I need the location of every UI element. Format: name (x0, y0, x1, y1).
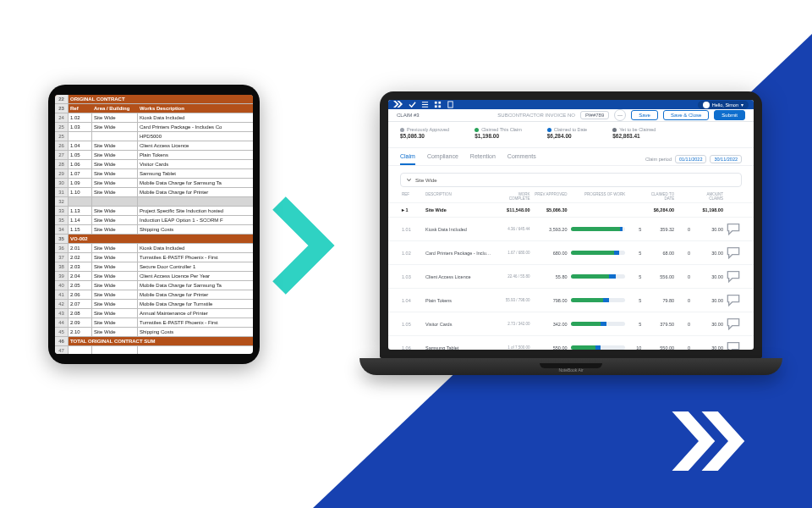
grid-row[interactable]: 1.04Plain Tokens55.93 / 798.00798.00579.… (388, 288, 754, 312)
sheet-row: 25HPD5000 (55, 132, 253, 141)
sheet-row: 452.10Site WideShipping Costs (55, 328, 253, 337)
tablet-device: 22ORIGINAL CONTRACT23RefArea / BuildingW… (48, 85, 260, 364)
sheet-row: 23RefArea / BuildingWorks Description (55, 104, 253, 113)
sheet-row: 442.09Site WideTurnstiles E-PASTF Phoeni… (55, 318, 253, 328)
invoice-label: SUBCONTRACTOR INVOICE NO (497, 113, 575, 118)
summary-item: Claimed This Claim$1,198.00 (475, 127, 522, 139)
claim-toolbar: CLAIM #3 SUBCONTRACTOR INVOICE NO PI##78… (388, 109, 754, 122)
laptop-base (359, 358, 782, 375)
period-label: Claim period (645, 157, 672, 162)
sheet-row: 311.10Site WideMobile Data Charge for Pr… (55, 188, 253, 197)
grid-col-head (628, 192, 641, 201)
comment-icon[interactable] (727, 302, 740, 307)
grid-row[interactable]: 1.02Card Printers Package - Includes Con… (388, 240, 754, 264)
group-title: Site Wide (415, 178, 437, 183)
svg-rect-7 (435, 102, 437, 104)
grid-body: ▸ 1Site Wide$11,548.00$5,086.30$6,284.00… (388, 202, 754, 350)
grid-row[interactable]: 1.01Kiosk Data Included4.36 / 645.443,59… (388, 217, 754, 240)
app-logo-icon (393, 100, 403, 109)
sheet-row: 422.07Site WideMobile Data Charge for Tu… (55, 300, 253, 309)
sheet-row: 341.15Site WideShipping Costs (55, 225, 253, 235)
grid-col-head: AMOUNT CLAIMS (694, 192, 723, 201)
sheet-row: 261.04Site WideClient Access Licence (55, 141, 253, 151)
grid-col-head: PROGRESS OF WORK (571, 192, 626, 201)
toolbar-doc-icon[interactable] (447, 101, 454, 108)
sheet-row: 291.07Site WideSamsung Tablet (55, 169, 253, 179)
save-button[interactable]: Save (631, 110, 658, 120)
spreadsheet: 22ORIGINAL CONTRACT23RefArea / BuildingW… (55, 95, 253, 354)
sheet-row: 301.09Site WideMobile Data Charge for Sa… (55, 179, 253, 188)
sheet-row: 241.02Site WideKiosk Data Included (55, 113, 253, 123)
laptop-device: Hello, Simon ▾ CLAIM #3 SUBCONTRACTOR IN… (359, 91, 782, 375)
transition-arrow-icon (271, 195, 347, 300)
sheet-row: 32 (55, 197, 253, 207)
comment-icon[interactable] (727, 279, 740, 284)
sheet-row: 47 (55, 346, 253, 354)
app-top-bar: Hello, Simon ▾ (388, 100, 754, 109)
tab-claim[interactable]: Claim (400, 153, 415, 165)
sheet-row: 432.08Site WideAnnual Maintenance of Pri… (55, 309, 253, 318)
summary-item: Yet to be Claimed$62,863.41 (612, 127, 656, 139)
sheet-row: 402.05Site WideMobile Data Charge for Sa… (55, 281, 253, 290)
svg-marker-0 (672, 411, 716, 471)
svg-rect-11 (448, 102, 453, 108)
toolbar-check-icon[interactable] (409, 101, 416, 108)
grid-row[interactable]: 1.06Samsung Tablet1 of 7,500.00550.00105… (388, 335, 754, 350)
comment-icon[interactable] (727, 231, 740, 236)
grid-col-head (727, 192, 740, 201)
sheet-row: 271.05Site WidePlain Tokens (55, 151, 253, 160)
sheet-row: 372.02Site WideTurnstiles E-PASTF Phoeni… (55, 253, 253, 262)
chevron-down-icon (406, 177, 412, 183)
grid-header: REFDESCRIPTIONWORK COMPLETEPREV APPROVED… (388, 190, 754, 202)
sheet-row: 382.03Site WideSecure Door Controller 1 (55, 262, 253, 272)
user-chip[interactable]: Hello, Simon ▾ (698, 101, 749, 109)
laptop-model-label: NoteBook Air (359, 367, 782, 373)
period-to[interactable]: 30/11/2022 (710, 155, 742, 163)
tab-compliance[interactable]: Compliance (427, 153, 458, 165)
tab-comments[interactable]: Comments (508, 153, 536, 165)
grid-row[interactable]: 1.05Visitor Cards2.73 / 342.00342.005379… (388, 312, 754, 335)
submit-button[interactable]: Submit (714, 110, 745, 120)
grid-col-head: PREV APPROVED (534, 192, 568, 201)
tab-retention[interactable]: Retention (470, 153, 496, 165)
more-menu-icon[interactable]: ⋯ (614, 109, 626, 121)
comment-icon[interactable] (727, 326, 740, 331)
svg-rect-10 (438, 105, 441, 108)
claim-id: CLAIM #3 (397, 113, 420, 118)
sheet-row: 22ORIGINAL CONTRACT (55, 95, 253, 104)
sheet-row: 331.13Site WideProject Specific Site Ind… (55, 207, 253, 216)
summary-item: Previously Approved$5,086.30 (400, 127, 449, 139)
svg-marker-2 (393, 101, 399, 108)
brand-chevrons-icon (670, 411, 763, 474)
save-close-button[interactable]: Save & Close (663, 110, 709, 120)
sheet-row: 362.01Site WideKiosk Data Included (55, 244, 253, 253)
grid-col-head: DESCRIPTION (425, 192, 493, 201)
grid-col-head (678, 192, 690, 201)
sheet-row: 412.06Site WideMobile Data Charge for Pr… (55, 290, 253, 300)
toolbar-menu-icon[interactable] (421, 101, 429, 108)
sheet-row: 35VO-002 (55, 235, 253, 244)
chevron-down-icon: ▾ (741, 102, 743, 108)
summary-strip: Previously Approved$5,086.30Claimed This… (388, 122, 754, 148)
grid-col-head: WORK COMPLETE (497, 192, 530, 201)
tab-bar: Claim Compliance Retention Comments Clai… (388, 148, 754, 166)
invoice-input[interactable]: PI##789 (580, 111, 609, 119)
group-header[interactable]: Site Wide (400, 173, 742, 187)
sheet-row: 251.03Site WideCard Printers Package - I… (55, 123, 253, 132)
comment-icon[interactable] (727, 255, 740, 260)
avatar (703, 102, 710, 108)
grid-col-head: CLAIMED TO DATE (645, 192, 674, 201)
svg-rect-9 (435, 105, 437, 108)
sheet-row: 351.14Site WideInduction LEAP Option 1 -… (55, 216, 253, 225)
grid-col-head: REF (402, 192, 422, 201)
user-greeting: Hello, Simon (712, 102, 738, 108)
period-from[interactable]: 01/11/2022 (675, 155, 707, 163)
summary-item: Claimed to Date$6,284.00 (547, 127, 587, 139)
sheet-row: 281.06Site WideVisitor Cards (55, 160, 253, 169)
sheet-row: 46TOTAL ORIGINAL CONTRACT SUM (55, 337, 253, 346)
grid-parent-row[interactable]: ▸ 1Site Wide$11,548.00$5,086.30$6,284.00… (388, 202, 754, 217)
grid-row[interactable]: 1.03Client Access Licence22.46 / 55.8055… (388, 264, 754, 288)
svg-rect-8 (438, 102, 441, 104)
toolbar-grid-icon[interactable] (434, 101, 442, 108)
sheet-row: 392.04Site WideClient Access Licence Per… (55, 272, 253, 281)
